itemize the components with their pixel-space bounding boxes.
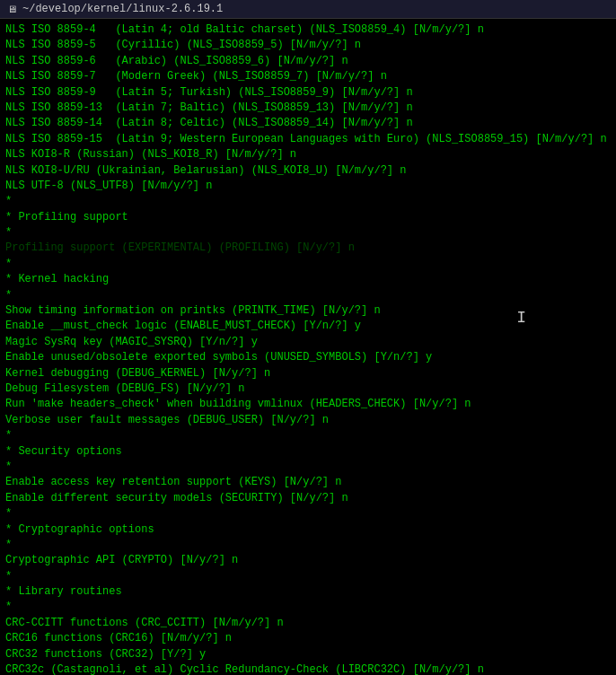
terminal-line: * bbox=[5, 428, 611, 443]
terminal-content[interactable]: NLS ISO 8859-4 (Latin 4; old Baltic char… bbox=[0, 19, 616, 675]
terminal-line: Show timing information on printks (PRIN… bbox=[5, 303, 611, 319]
terminal-line: Debug Filesystem (DEBUG_FS) [N/y/?] n bbox=[5, 381, 611, 397]
terminal-icon: 🖥 bbox=[7, 4, 17, 15]
terminal-line: * Security options bbox=[5, 444, 611, 460]
terminal-line: NLS ISO 8859-9 (Latin 5; Turkish) (NLS_I… bbox=[5, 85, 611, 101]
terminal-line: * Cryptographic options bbox=[5, 522, 611, 538]
terminal-line: CRC-CCITT functions (CRC_CCITT) [N/m/y/?… bbox=[5, 616, 611, 631]
terminal-line: * bbox=[5, 538, 611, 553]
terminal-line: * bbox=[5, 600, 611, 615]
title-bar: 🖥 ~/develop/kernel/linux-2.6.19.1 bbox=[0, 0, 616, 19]
terminal-line: * bbox=[5, 257, 611, 272]
terminal-line: * bbox=[5, 288, 611, 303]
terminal-line: Magic SysRq key (MAGIC_SYSRQ) [Y/n/?] y bbox=[5, 335, 611, 350]
title-bar-text: ~/develop/kernel/linux-2.6.19.1 bbox=[22, 3, 223, 15]
terminal-line: NLS ISO 8859-7 (Modern Greek) (NLS_ISO88… bbox=[5, 69, 611, 84]
terminal-line: * bbox=[5, 506, 611, 522]
terminal-line: NLS ISO 8859-6 (Arabic) (NLS_ISO8859_6) … bbox=[5, 54, 611, 69]
terminal-line: Enable unused/obsolete exported symbols … bbox=[5, 350, 611, 365]
terminal-line: * bbox=[5, 569, 611, 584]
terminal-line: NLS KOI8-U/RU (Ukrainian, Belarusian) (N… bbox=[5, 163, 611, 179]
terminal-line: * bbox=[5, 194, 611, 209]
terminal-line: NLS ISO 8859-4 (Latin 4; old Baltic char… bbox=[5, 22, 611, 38]
terminal-window: 🖥 ~/develop/kernel/linux-2.6.19.1 NLS IS… bbox=[0, 0, 616, 675]
terminal-line: NLS ISO 8859-13 (Latin 7; Baltic) (NLS_I… bbox=[5, 101, 611, 116]
terminal-line: Verbose user fault messages (DEBUG_USER)… bbox=[5, 413, 611, 428]
terminal-line: * bbox=[5, 460, 611, 475]
terminal-line: NLS KOI8-R (Russian) (NLS_KOI8_R) [N/m/y… bbox=[5, 147, 611, 162]
terminal-line: NLS UTF-8 (NLS_UTF8) [N/m/y/?] n bbox=[5, 179, 611, 194]
terminal-line: * bbox=[5, 225, 611, 241]
terminal-line: * Kernel hacking bbox=[5, 272, 611, 287]
terminal-line: NLS ISO 8859-15 (Latin 9; Western Europe… bbox=[5, 132, 611, 147]
terminal-line: CRC16 functions (CRC16) [N/m/y/?] n bbox=[5, 631, 611, 646]
terminal-line: CRC32 functions (CRC32) [Y/?] y bbox=[5, 647, 611, 662]
terminal-line: Enable access key retention support (KEY… bbox=[5, 475, 611, 490]
terminal-line: Enable __must_check logic (ENABLE_MUST_C… bbox=[5, 319, 611, 334]
terminal-line: NLS ISO 8859-5 (Cyrillic) (NLS_ISO8859_5… bbox=[5, 38, 611, 53]
terminal-line: * Library routines bbox=[5, 584, 611, 600]
terminal-line: * Profiling support bbox=[5, 210, 611, 225]
terminal-line: CRC32c (Castagnoli, et al) Cyclic Redund… bbox=[5, 662, 611, 675]
terminal-line: Cryptographic API (CRYPTO) [N/y/?] n bbox=[5, 553, 611, 568]
terminal-line: Enable different security models (SECURI… bbox=[5, 491, 611, 506]
terminal-line: NLS ISO 8859-14 (Latin 8; Celtic) (NLS_I… bbox=[5, 116, 611, 131]
terminal-line: Run 'make headers_check' when building v… bbox=[5, 397, 611, 412]
terminal-line: Profiling support (EXPERIMENTAL) (PROFIL… bbox=[5, 241, 611, 256]
terminal-line: Kernel debugging (DEBUG_KERNEL) [N/y/?] … bbox=[5, 366, 611, 381]
